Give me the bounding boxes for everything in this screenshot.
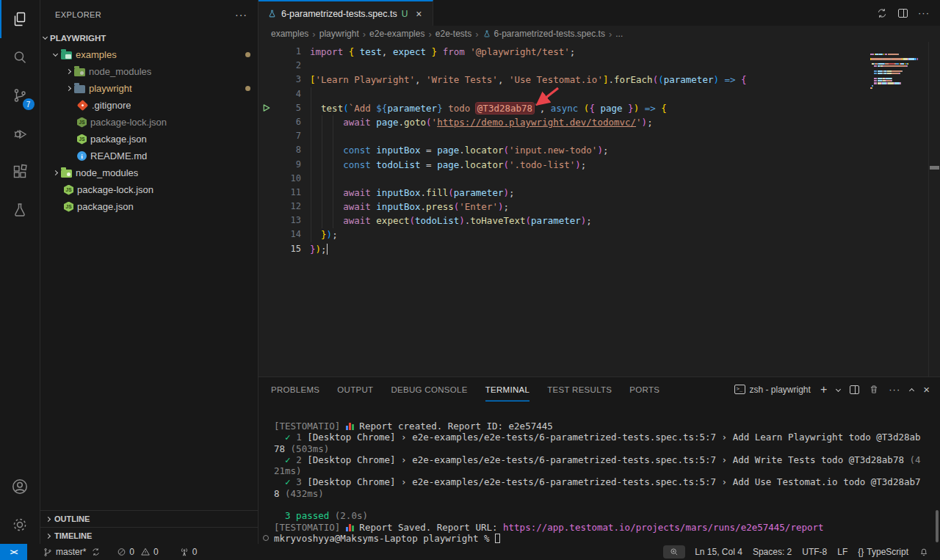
file-row-examples[interactable]: examples	[40, 46, 258, 63]
breadcrumb-item-e2e-examples[interactable]: e2e-examples	[369, 29, 424, 39]
explorer-icon[interactable]	[0, 0, 40, 38]
code-line-3[interactable]: 3['Learn Playwright', 'Write Tests', 'Us…	[258, 73, 940, 87]
tab-git-status: U	[402, 9, 408, 19]
zoom-status-item[interactable]	[663, 545, 685, 559]
explorer-title: EXPLORER	[55, 10, 101, 19]
line-number: 15	[258, 242, 301, 256]
cursor-position-item[interactable]: Ln 15, Col 4	[690, 544, 748, 560]
terminal-dropdown-icon[interactable]	[836, 387, 841, 392]
eol-item[interactable]: LF	[832, 544, 853, 560]
explorer-more-icon[interactable]: ···	[235, 9, 247, 21]
terminal-output[interactable]: [TESTOMATIO] Report created. Report ID: …	[258, 401, 940, 544]
split-editor-icon[interactable]	[898, 9, 908, 18]
tab-6-parametrized-tests[interactable]: 6-parametrized-tests.spec.ts U ×	[258, 0, 433, 26]
accounts-icon[interactable]	[0, 468, 40, 506]
timeline-section[interactable]: TIMELINE	[40, 527, 258, 544]
code-line-4[interactable]: 4	[258, 87, 940, 101]
encoding-item[interactable]: UTF-8	[797, 544, 832, 560]
file-row-package-lock-json[interactable]: JSpackage-lock.json	[40, 181, 258, 198]
overview-ruler	[928, 42, 929, 377]
code-line-10[interactable]: 10	[258, 172, 940, 186]
terminal-icon: >_	[734, 385, 745, 394]
ports-count: 0	[192, 547, 198, 557]
run-test-icon[interactable]	[262, 103, 271, 112]
source-control-icon[interactable]: 7	[0, 76, 40, 114]
maximize-panel-icon[interactable]	[909, 388, 914, 393]
file-row-node-modules[interactable]: node_modules	[40, 164, 258, 181]
problems-item[interactable]: 0 0	[112, 544, 163, 560]
notifications-bell-item[interactable]	[914, 544, 934, 560]
branch-icon	[43, 547, 53, 558]
more-actions-icon[interactable]: ···	[918, 7, 930, 18]
kill-terminal-trash-icon[interactable]	[869, 384, 879, 395]
line-number: 11	[258, 186, 301, 200]
testing-icon[interactable]	[0, 191, 40, 229]
code-line-2[interactable]: 2	[258, 59, 940, 73]
remote-indicator[interactable]: ><	[0, 544, 27, 560]
breadcrumb-item--[interactable]: ...	[615, 29, 623, 39]
file-row-package-lock-json[interactable]: JSpackage-lock.json	[40, 114, 258, 131]
new-terminal-icon[interactable]: +	[820, 383, 827, 396]
branch-name: master*	[56, 547, 86, 557]
file-label: package.json	[90, 134, 147, 145]
code-line-12[interactable]: 12 await inputBox.press('Enter');	[258, 200, 940, 214]
code-line-14[interactable]: 14 });	[258, 228, 940, 241]
close-panel-icon[interactable]: ×	[923, 383, 930, 396]
extensions-icon[interactable]	[0, 153, 40, 191]
terminal-session[interactable]: >_ zsh - playwright	[734, 385, 811, 395]
panel-tab-problems[interactable]: PROBLEMS	[271, 377, 319, 401]
code-editor[interactable]: 1import { test, expect } from '@playwrig…	[258, 42, 940, 377]
explorer-sidebar: EXPLORER ··· PLAYWRIGHT examplesnode_mod…	[40, 0, 258, 544]
terminal-prompt-line[interactable]: mkryvoshyya@Maksyms-Laptop playwright %	[274, 533, 940, 544]
code-line-1[interactable]: 1import { test, expect } from '@playwrig…	[258, 45, 940, 59]
ports-item[interactable]: 0	[174, 544, 203, 560]
terminal-cursor	[495, 534, 500, 543]
code-line-13[interactable]: 13 await expect(todoList).toHaveText(par…	[258, 214, 940, 228]
workspace-section-playwright[interactable]: PLAYWRIGHT	[40, 29, 258, 46]
breadcrumb-item-examples[interactable]: examples	[271, 29, 308, 39]
panel-tab-debug-console[interactable]: DEBUG CONSOLE	[391, 377, 467, 401]
code-line-15[interactable]: 15});	[258, 242, 940, 256]
close-icon[interactable]: ×	[412, 8, 425, 20]
file-label: node_modules	[89, 66, 151, 77]
panel-more-icon[interactable]: ···	[889, 384, 900, 395]
panel-tab-test-results[interactable]: TEST RESULTS	[547, 377, 612, 401]
terminal-scrollbar[interactable]	[936, 510, 939, 542]
indentation-item[interactable]: Spaces: 2	[748, 544, 797, 560]
breadcrumb-item-6-parametrized-tests-spec-ts[interactable]: 6-parametrized-tests.spec.ts	[482, 29, 605, 39]
text-cursor	[327, 244, 328, 255]
file-row--gitignore[interactable]: .gitignore	[40, 97, 258, 114]
outline-section[interactable]: OUTLINE	[40, 510, 258, 527]
braces-icon: {}	[858, 547, 864, 557]
file-row-package-json[interactable]: JSpackage.json	[40, 198, 258, 215]
line-number: 12	[258, 200, 301, 214]
search-icon[interactable]	[0, 38, 40, 76]
git-branch-item[interactable]: master*	[37, 544, 106, 560]
file-row-package-json[interactable]: JSpackage.json	[40, 131, 258, 148]
code-line-11[interactable]: 11 await inputBox.fill(parameter);	[258, 186, 940, 200]
panel-tab-bar: PROBLEMSOUTPUTDEBUG CONSOLETERMINALTEST …	[258, 377, 940, 401]
breadcrumb-item-playwright[interactable]: playwright	[319, 29, 359, 39]
language-item[interactable]: {} TypeScript	[853, 544, 914, 560]
chevron-down-icon	[53, 51, 58, 56]
file-row-playwright[interactable]: playwright	[40, 80, 258, 97]
sync-changes-icon[interactable]	[876, 7, 888, 19]
minimap[interactable]	[870, 46, 925, 82]
scrollbar-marker[interactable]	[930, 166, 939, 170]
file-row-node-modules[interactable]: node_modules	[40, 63, 258, 80]
panel-tab-terminal[interactable]: TERMINAL	[485, 377, 530, 401]
panel-tab-output[interactable]: OUTPUT	[337, 377, 373, 401]
file-row-readme-md[interactable]: iREADME.md	[40, 148, 258, 164]
panel-tab-ports[interactable]: PORTS	[629, 377, 659, 401]
file-tree: examplesnode_modulesplaywright.gitignore…	[40, 46, 258, 215]
breadcrumb-item-e2e-tests[interactable]: e2e-tests	[435, 29, 471, 39]
code-line-6[interactable]: 6 await page.goto('https://demo.playwrig…	[258, 115, 940, 129]
code-line-7[interactable]: 7	[258, 129, 940, 143]
code-line-9[interactable]: 9 const todoList = page.locator('.todo-l…	[258, 158, 940, 172]
code-line-8[interactable]: 8 const inputBox = page.locator('input.n…	[258, 143, 940, 157]
run-debug-icon[interactable]	[0, 114, 40, 153]
settings-gear-icon[interactable]	[0, 506, 40, 544]
code-line-5[interactable]: 5 test(`Add ${parameter} todo @T3d28ab78…	[258, 101, 940, 115]
split-terminal-icon[interactable]	[850, 385, 859, 394]
line-number: 9	[258, 158, 301, 172]
